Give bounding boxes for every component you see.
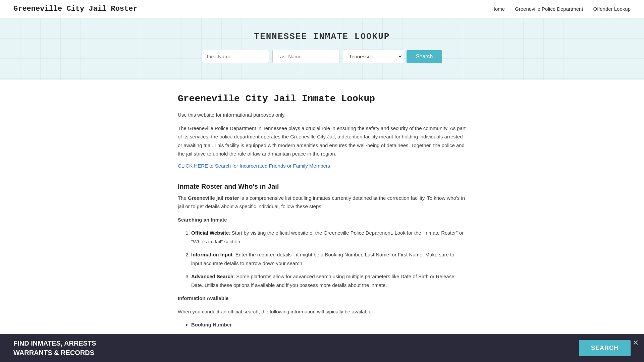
- roster-intro-paragraph: The Greeneville jail roster is a compreh…: [178, 194, 466, 211]
- header: Greeneville City Jail Roster Home Greene…: [0, 0, 644, 18]
- info-available-title: Information Available: [178, 294, 466, 303]
- main-nav: Home Greeneville Police Department Offen…: [491, 6, 631, 12]
- hero-section: TENNESSEE INMATE LOOKUP Tennessee Alabam…: [0, 18, 644, 80]
- list-item: Official Website: Start by visiting the …: [191, 229, 466, 246]
- list-item: Advanced Search: Some platforms allow fo…: [191, 272, 466, 289]
- click-link[interactable]: CLICK HERE to Search for Incarcerated Fr…: [178, 163, 330, 169]
- step1-text: : Start by visiting the official website…: [191, 230, 464, 244]
- close-icon[interactable]: ✕: [633, 339, 639, 347]
- step1-label: Official Website: [191, 230, 229, 236]
- search-form: Tennessee Alabama Alaska Arizona Arkansa…: [7, 50, 637, 63]
- list-item: Information Input: Enter the required de…: [191, 250, 466, 267]
- roster-intro-text: The: [178, 195, 188, 201]
- intro-paragraph: The Greeneville Police Department in Ten…: [178, 124, 466, 158]
- banner-text: FIND INMATES, ARRESTS WARRANTS & RECORDS: [13, 339, 96, 357]
- last-name-input[interactable]: [272, 50, 339, 63]
- bullet1: Booking Number: [191, 322, 232, 327]
- nav-police-dept[interactable]: Greeneville Police Department: [515, 6, 583, 12]
- roster-section-title: Inmate Roster and Who's in Jail: [178, 183, 466, 190]
- step2-label: Information Input: [191, 252, 232, 257]
- list-item: Booking Number: [191, 320, 466, 329]
- page-title: Greeneville City Jail Inmate Lookup: [178, 94, 466, 104]
- info-available-intro: When you conduct an official search, the…: [178, 307, 466, 316]
- first-name-input[interactable]: [202, 50, 269, 63]
- search-button[interactable]: Search: [407, 50, 442, 63]
- site-title: Greeneville City Jail Roster: [13, 5, 138, 13]
- roster-bold: Greeneville jail roster: [188, 195, 239, 201]
- bottom-banner: FIND INMATES, ARRESTS WARRANTS & RECORDS…: [0, 334, 644, 362]
- steps-list: Official Website: Start by visiting the …: [178, 229, 466, 289]
- hero-title: TENNESSEE INMATE LOOKUP: [7, 32, 637, 42]
- banner-line2: WARRANTS & RECORDS: [13, 348, 96, 357]
- nav-offender-lookup[interactable]: Offender Lookup: [593, 6, 631, 12]
- nav-home[interactable]: Home: [491, 6, 505, 12]
- step3-label: Advanced Search: [191, 274, 233, 279]
- informational-note: Use this website for informational purpo…: [178, 111, 466, 119]
- banner-search-button[interactable]: SEARCH: [579, 340, 631, 356]
- main-content: Greeneville City Jail Inmate Lookup Use …: [171, 94, 473, 362]
- searching-title: Searching an Inmate: [178, 216, 466, 224]
- banner-line1: FIND INMATES, ARRESTS: [13, 339, 96, 348]
- state-select[interactable]: Tennessee Alabama Alaska Arizona Arkansa…: [343, 50, 403, 63]
